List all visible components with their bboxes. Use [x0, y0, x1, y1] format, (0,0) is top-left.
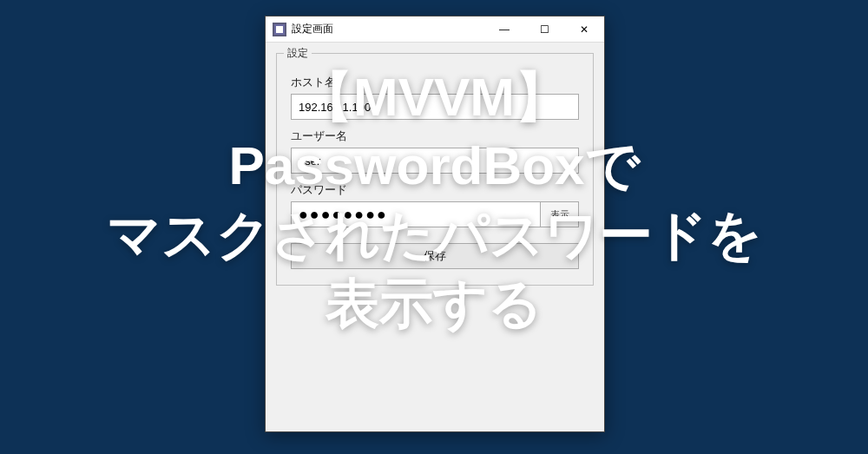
- password-label: パスワード: [291, 182, 579, 198]
- host-input[interactable]: [291, 94, 579, 120]
- settings-window: 設定画面 — ☐ ✕ 設定 ホスト名 ユーザー名 パスワード 表示 保存: [265, 16, 605, 432]
- close-button[interactable]: ✕: [564, 16, 604, 42]
- titlebar-controls: — ☐ ✕: [484, 16, 604, 42]
- user-input[interactable]: [291, 148, 579, 174]
- svg-rect-1: [276, 26, 283, 33]
- minimize-button[interactable]: —: [484, 16, 524, 42]
- save-button[interactable]: 保存: [291, 243, 579, 269]
- window-body: 設定 ホスト名 ユーザー名 パスワード 表示 保存: [266, 43, 604, 296]
- app-icon: [273, 23, 286, 36]
- titlebar[interactable]: 設定画面 — ☐ ✕: [266, 16, 604, 43]
- window-title: 設定画面: [292, 22, 484, 36]
- toggle-password-button[interactable]: 表示: [541, 201, 579, 227]
- maximize-button[interactable]: ☐: [524, 16, 564, 42]
- password-row: 表示: [291, 201, 579, 227]
- groupbox-legend: 設定: [284, 46, 312, 61]
- settings-groupbox: 設定 ホスト名 ユーザー名 パスワード 表示 保存: [276, 53, 594, 286]
- password-input[interactable]: [291, 201, 541, 227]
- user-label: ユーザー名: [291, 128, 579, 144]
- host-label: ホスト名: [291, 75, 579, 90]
